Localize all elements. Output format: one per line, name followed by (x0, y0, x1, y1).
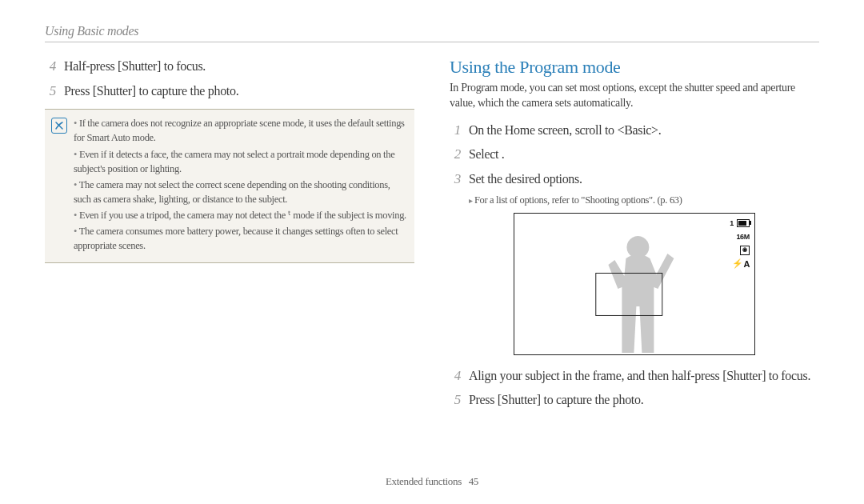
osd-resolution: 16M (736, 232, 750, 242)
camera-preview-wrap: 1 16M ◉ ⚡ A (450, 213, 819, 355)
step-4: 4 Align your subject in the frame, and t… (450, 366, 819, 386)
battery-icon (737, 219, 750, 227)
step-text: Half-press [Shutter] to focus. (64, 57, 206, 77)
running-head: Using Basic modes (45, 24, 819, 38)
step-text: Align your subject in the frame, and the… (469, 366, 810, 386)
step-number: 4 (45, 57, 56, 77)
osd-shot-count: 1 (730, 219, 734, 227)
step-number: 1 (450, 121, 461, 141)
footer-page-number: 45 (469, 475, 478, 487)
header-rule (45, 42, 819, 42)
note-icon (51, 118, 67, 134)
step-4: 4 Half-press [Shutter] to focus. (45, 57, 414, 77)
note-item: The camera may not select the correct sc… (74, 178, 406, 206)
step-text: Set the desired options. (469, 170, 582, 190)
osd-overlay: 1 16M ◉ ⚡ A (730, 218, 750, 269)
step-text: Press [Shutter] to capture the photo. (469, 390, 643, 410)
step-3: 3 Set the desired options. (450, 170, 819, 190)
left-column: 4 Half-press [Shutter] to focus. 5 Press… (45, 57, 414, 415)
step-5: 5 Press [Shutter] to capture the photo. (45, 82, 414, 102)
note-box: If the camera does not recognize an appr… (45, 109, 414, 263)
step-5: 5 Press [Shutter] to capture the photo. (450, 390, 819, 410)
section-heading: Using the Program mode (450, 57, 819, 78)
footer-section: Extended functions (386, 475, 462, 487)
step-1: 1 On the Home screen, scroll to <Basic>. (450, 121, 819, 141)
note-item: Even if you use a tripod, the camera may… (74, 208, 406, 222)
right-column: Using the Program mode In Program mode, … (450, 57, 819, 415)
step-number: 2 (450, 145, 461, 165)
osd-metering: ◉ (740, 246, 750, 255)
step-text: Press [Shutter] to capture the photo. (64, 82, 238, 102)
step-number: 4 (450, 366, 461, 386)
note-item: The camera consumes more battery power, … (74, 224, 406, 253)
step-text: Select . (469, 145, 505, 165)
osd-flash-label: A (743, 259, 750, 269)
osd-shots-battery: 1 (730, 218, 750, 228)
metering-icon: ◉ (740, 246, 750, 255)
note-list: If the camera does not recognize an appr… (74, 116, 406, 254)
osd-res-label: 16M (736, 233, 750, 241)
step-number: 3 (450, 170, 461, 190)
step-2: 2 Select . (450, 145, 819, 165)
step-text: On the Home screen, scroll to <Basic>. (469, 121, 662, 141)
note-item: Even if it detects a face, the camera ma… (74, 147, 406, 176)
flash-bolt-icon: ⚡ (732, 258, 743, 269)
two-column-layout: 4 Half-press [Shutter] to focus. 5 Press… (45, 57, 819, 415)
page-footer: Extended functions 45 (0, 475, 864, 488)
step-number: 5 (45, 82, 56, 102)
step-number: 5 (450, 390, 461, 410)
focus-frame-icon (595, 273, 662, 316)
section-intro: In Program mode, you can set most option… (450, 81, 819, 111)
note-item: If the camera does not recognize an appr… (74, 116, 406, 145)
manual-page: Using Basic modes 4 Half-press [Shutter]… (0, 0, 864, 504)
step-3-substep: For a list of options, refer to "Shootin… (469, 194, 819, 206)
camera-preview: 1 16M ◉ ⚡ A (514, 213, 755, 355)
osd-flash: ⚡ A (732, 259, 750, 269)
